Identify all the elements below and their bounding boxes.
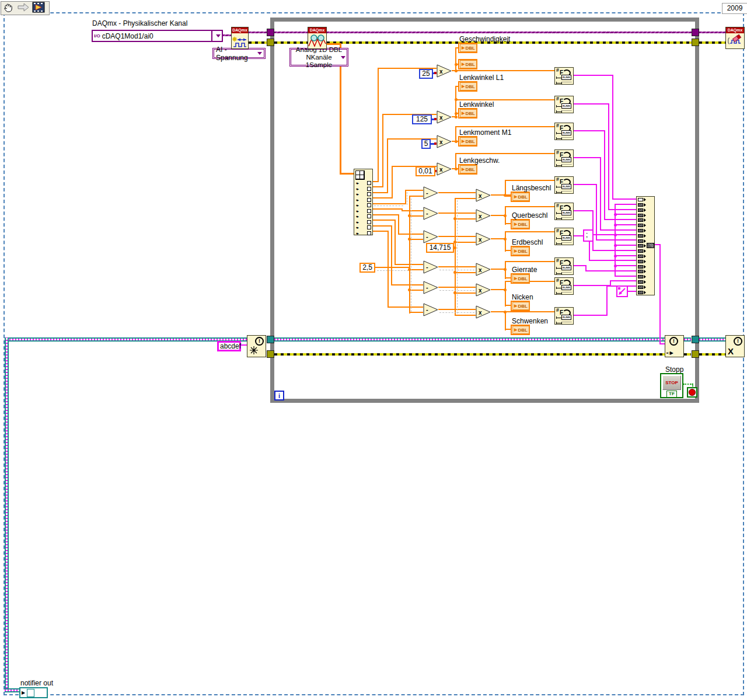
number-to-fractional-string-node[interactable]: #Fn.nn — [554, 277, 574, 295]
dbl-type: DBL — [465, 111, 474, 116]
dbl-type: DBL — [518, 328, 527, 333]
release-notifier-vi[interactable]: ! X — [725, 335, 745, 357]
number-to-fractional-string-node[interactable]: #Fn.nn — [554, 307, 574, 325]
stop-label: Stopp — [665, 365, 683, 374]
dbl-indicator[interactable]: ▶DBL — [458, 43, 477, 53]
multiply-node[interactable]: x — [476, 283, 491, 298]
subtract-node[interactable]: - — [423, 303, 439, 318]
number-to-fractional-string-node[interactable]: #Fn.nn — [554, 257, 574, 275]
multiply-node[interactable]: x — [476, 305, 491, 321]
dbl-type: DBL — [465, 46, 474, 51]
subtract-node[interactable]: - — [423, 281, 439, 296]
subtract-node[interactable]: - — [423, 260, 439, 276]
svg-text:-: - — [426, 284, 428, 291]
numeric-constant-5[interactable]: 5 — [421, 139, 431, 149]
dbl-type: DBL — [465, 62, 474, 67]
dbl-indicator[interactable]: ▶DBL — [511, 246, 530, 256]
send-notification-vi[interactable]: ! ▪○▶ — [665, 335, 684, 357]
io-glyph-icon: I/O — [94, 33, 100, 39]
hand-tool-icon[interactable] — [3, 2, 15, 15]
hash-glyph: # — [556, 307, 559, 313]
read-mode-selector[interactable]: Analog 1D DBL NKanäle 1Sample — [289, 48, 348, 67]
number-to-fractional-string-node[interactable]: #Fn.nn — [554, 228, 574, 245]
numeric-constant-0-01[interactable]: 0,01 — [416, 166, 435, 176]
subtract-node[interactable]: - — [423, 186, 439, 201]
daqmx-clear-task-vi[interactable]: DAQmx — [725, 27, 745, 49]
multiply-node[interactable]: x — [476, 232, 491, 248]
dbl-indicator[interactable]: ▶DBL — [458, 59, 477, 69]
format-pattern: n.nn — [561, 265, 571, 270]
dbl-indicator[interactable]: ▶DBL — [458, 164, 477, 175]
tunnel-error-right — [692, 39, 699, 46]
wire-junction — [504, 194, 507, 197]
string-input — [638, 198, 643, 201]
dbl-indicator[interactable]: ▶DBL — [511, 325, 530, 335]
multiply-node[interactable]: x — [476, 209, 491, 224]
numeric-constant-125[interactable]: 125 — [412, 114, 432, 124]
separator-constant[interactable]: ; — [583, 229, 594, 242]
wire-junction — [453, 217, 456, 220]
dbl-indicator[interactable]: ▶DBL — [511, 191, 530, 202]
notifier-bang-icon: ! — [669, 337, 678, 346]
dbl-indicator[interactable]: ▶DBL — [511, 219, 530, 229]
index-input — [367, 231, 371, 235]
numeric-constant-25[interactable]: 25 — [419, 69, 433, 79]
end-of-line-constant[interactable] — [616, 285, 628, 297]
send-icon: ▪○▶ — [666, 350, 673, 356]
multiply-node[interactable]: x — [476, 263, 491, 278]
subtract-node[interactable]: - — [423, 207, 439, 222]
multiply-node[interactable]: x — [437, 110, 452, 126]
string-input — [638, 260, 643, 263]
subtract-node[interactable]: - — [423, 230, 439, 245]
number-to-fractional-string-node[interactable]: #Fn.nn — [554, 176, 574, 194]
stop-button-face[interactable]: STOP — [662, 375, 681, 390]
physical-channel-control[interactable]: I/O cDAQ1Mod1/ai0 — [92, 30, 223, 42]
dbl-indicator[interactable]: ▶DBL — [511, 273, 530, 284]
wire — [699, 41, 725, 44]
arrow-tool-icon[interactable] — [17, 2, 30, 14]
iteration-terminal[interactable]: i — [274, 391, 284, 401]
daqmx-read-vi[interactable]: DAQmx — [308, 27, 327, 49]
width-marker — [556, 237, 562, 239]
notifier-out-label: notifier out — [20, 679, 53, 687]
daqmx-create-channel-vi[interactable]: DAQmx — [231, 27, 249, 49]
indicator-label: Lenkwinkel — [459, 100, 494, 109]
numeric-constant-2-5[interactable]: 2,5 — [359, 263, 375, 273]
multiply-node[interactable]: x — [476, 189, 491, 204]
multiply-node[interactable]: x — [437, 135, 452, 150]
multiply-node[interactable]: x — [437, 64, 452, 79]
index-input — [367, 192, 371, 196]
index-row-icon: ▪▸ — [356, 209, 358, 213]
obtain-notifier-vi[interactable]: ! — [247, 335, 266, 357]
width-marker — [556, 287, 562, 289]
number-to-fractional-string-node[interactable]: #Fn.nn — [554, 149, 574, 167]
width-marker — [556, 105, 562, 107]
dbl-indicator[interactable]: ▶DBL — [458, 108, 477, 119]
string-input — [638, 239, 643, 243]
dbl-indicator[interactable]: ▶DBL — [458, 81, 477, 92]
number-to-fractional-string-node[interactable]: #Fn.nn — [554, 96, 574, 113]
wire — [5, 688, 19, 692]
index-array-node[interactable]: ▪▸ ▪▸ ▪▸ ▪▸ ▪▸ ▪▸ ▪▸ ▪▸ ▪▸ ▪▸ — [354, 169, 373, 235]
chevron-down-icon[interactable] — [257, 52, 262, 55]
chevron-down-icon[interactable] — [216, 34, 221, 37]
number-to-fractional-string-node[interactable]: #Fn.nn — [554, 67, 574, 85]
concatenate-strings-node[interactable] — [636, 196, 655, 295]
dotted-line — [561, 292, 571, 292]
number-to-fractional-string-node[interactable]: #Fn.nn — [554, 123, 574, 140]
loop-condition-terminal[interactable] — [687, 387, 697, 398]
dbl-indicator[interactable]: ▶DBL — [458, 136, 477, 147]
wire-junction — [455, 112, 458, 115]
notifier-out-indicator[interactable]: ▶ — [19, 687, 48, 698]
dbl-indicator[interactable]: ▶DBL — [511, 301, 530, 311]
wire — [699, 337, 725, 342]
number-to-fractional-string-node[interactable]: #Fn.nn — [554, 203, 574, 220]
dotted-line — [561, 110, 571, 111]
refnum-arrow-icon: ▶ — [22, 690, 25, 695]
chevron-down-icon[interactable] — [341, 56, 345, 59]
string-constant-abcdef[interactable]: abcdef — [217, 341, 241, 351]
multiply-node[interactable]: x — [437, 162, 452, 177]
wire-junction — [455, 140, 458, 143]
stop-button[interactable]: STOP TF — [660, 373, 683, 398]
vi-run-icon[interactable] — [32, 2, 45, 15]
